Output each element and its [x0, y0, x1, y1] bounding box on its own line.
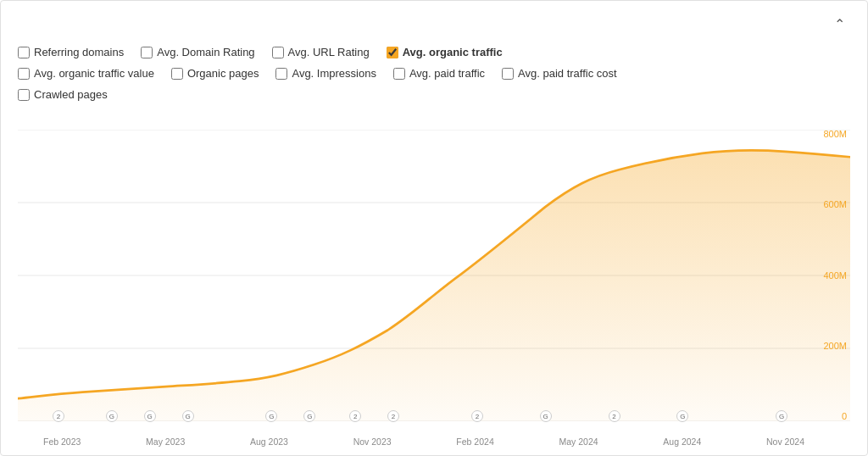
x-axis-label: Feb 2024: [456, 437, 493, 447]
checkbox-input-avg_organic_traffic_value[interactable]: [18, 68, 30, 80]
checkbox-avg_domain_rating[interactable]: Avg. Domain Rating: [141, 46, 254, 58]
event-icon-g[interactable]: G: [144, 410, 156, 422]
event-icon-g[interactable]: G: [265, 410, 277, 422]
event-icon-2[interactable]: 2: [471, 410, 483, 422]
checkbox-crawled_pages[interactable]: Crawled pages: [18, 88, 108, 101]
x-axis-label: May 2024: [559, 437, 598, 447]
event-icon-2[interactable]: 2: [53, 410, 64, 422]
event-icon-2[interactable]: 2: [349, 410, 361, 422]
event-icon-g[interactable]: G: [106, 410, 118, 422]
x-axis-label: Nov 2024: [766, 437, 804, 447]
checkbox-label-avg_url_rating: Avg. URL Rating: [288, 46, 370, 58]
chart-area: 800M600M400M200M0 2GGGGG222G2GG Feb 2023…: [18, 114, 850, 447]
checkbox-input-avg_impressions[interactable]: [275, 68, 287, 80]
x-axis-label: Aug 2023: [250, 437, 288, 447]
event-icon-g[interactable]: G: [540, 410, 552, 422]
y-axis-label: 200M: [823, 342, 847, 351]
checkbox-avg_organic_traffic_value[interactable]: Avg. organic traffic value: [18, 67, 154, 80]
x-axis-label: May 2023: [146, 437, 185, 447]
event-icon-2[interactable]: 2: [609, 410, 620, 422]
collapse-button[interactable]: ⌃: [829, 14, 850, 34]
checkbox-label-avg_organic_traffic_value: Avg. organic traffic value: [34, 67, 154, 80]
y-axis-label: 0: [842, 412, 847, 421]
checkbox-organic_pages[interactable]: Organic pages: [171, 67, 259, 80]
checkbox-label-organic_pages: Organic pages: [187, 67, 259, 80]
checkbox-avg_impressions[interactable]: Avg. Impressions: [275, 67, 376, 80]
checkbox-input-organic_pages[interactable]: [171, 68, 183, 80]
checkbox-input-referring_domains[interactable]: [18, 47, 30, 58]
chart-svg: [18, 130, 850, 421]
checkbox-label-avg_paid_traffic: Avg. paid traffic: [409, 67, 485, 80]
checkbox-avg_paid_traffic[interactable]: Avg. paid traffic: [393, 67, 485, 80]
checkbox-label-referring_domains: Referring domains: [34, 46, 124, 58]
event-icons-row: 2GGGGG222G2GG: [43, 409, 804, 423]
checkbox-avg_paid_traffic_cost[interactable]: Avg. paid traffic cost: [502, 67, 617, 80]
checkbox-avg_url_rating[interactable]: Avg. URL Rating: [272, 46, 370, 58]
checkbox-label-avg_organic_traffic: Avg. organic traffic: [403, 46, 503, 58]
checkbox-label-avg_paid_traffic_cost: Avg. paid traffic cost: [518, 67, 617, 80]
checkbox-label-crawled_pages: Crawled pages: [34, 88, 108, 101]
checkbox-input-avg_domain_rating[interactable]: [141, 47, 153, 58]
x-axis-label: Nov 2023: [353, 437, 392, 447]
x-axis: Feb 2023May 2023Aug 2023Nov 2023Feb 2024…: [43, 423, 804, 447]
y-axis-label: 600M: [823, 200, 847, 209]
y-axis-label: 800M: [823, 130, 847, 139]
checkbox-referring_domains[interactable]: Referring domains: [18, 46, 124, 58]
checkbox-input-avg_paid_traffic_cost[interactable]: [502, 68, 514, 80]
y-axis-label: 400M: [823, 271, 847, 281]
checkbox-label-avg_domain_rating: Avg. Domain Rating: [157, 46, 254, 58]
widget-header: ⌃: [18, 14, 850, 34]
x-axis-label: Feb 2023: [43, 437, 81, 447]
checkbox-avg_organic_traffic[interactable]: Avg. organic traffic: [387, 46, 503, 58]
event-icon-g[interactable]: G: [776, 410, 787, 422]
x-axis-label: Aug 2024: [663, 437, 701, 447]
event-icon-2[interactable]: 2: [387, 410, 399, 422]
y-axis: 800M600M400M200M0: [808, 130, 850, 421]
checkbox-row-1: Referring domainsAvg. Domain RatingAvg. …: [18, 46, 850, 104]
chart-svg-container: [18, 130, 850, 421]
event-icon-g[interactable]: G: [303, 410, 315, 422]
checkbox-label-avg_impressions: Avg. Impressions: [292, 67, 376, 80]
performance-widget: ⌃ Referring domainsAvg. Domain RatingAvg…: [0, 0, 868, 456]
checkbox-input-crawled_pages[interactable]: [18, 89, 30, 101]
checkbox-input-avg_paid_traffic[interactable]: [393, 68, 405, 80]
checkbox-input-avg_url_rating[interactable]: [272, 47, 284, 58]
event-icon-g[interactable]: G: [182, 410, 194, 422]
event-icon-g[interactable]: G: [676, 410, 688, 422]
checkbox-input-avg_organic_traffic[interactable]: [387, 47, 398, 58]
